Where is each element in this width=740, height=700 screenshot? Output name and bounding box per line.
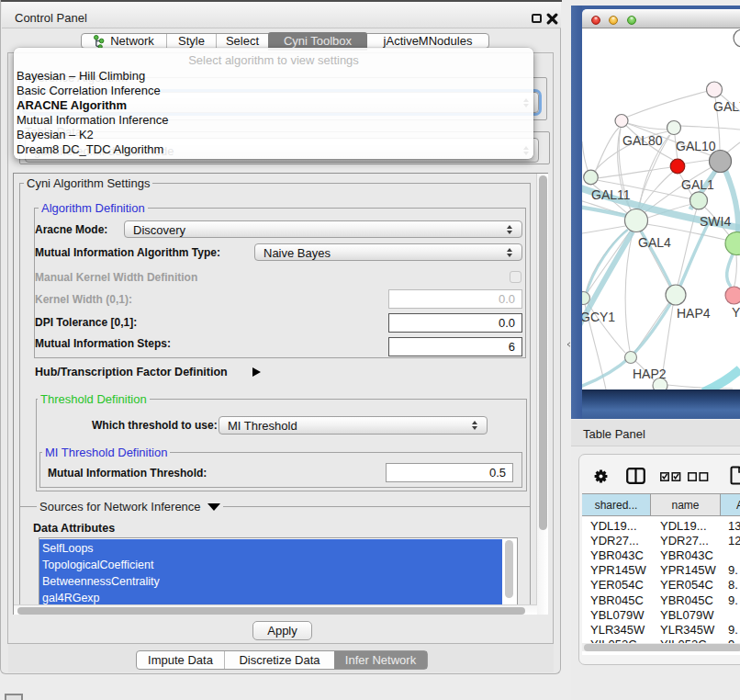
network-edge[interactable]	[582, 226, 625, 235]
table-cell[interactable]: YPR145W	[660, 563, 716, 577]
network-node-hap2[interactable]	[625, 352, 637, 364]
tab-network[interactable]: Network	[82, 34, 166, 48]
table-cell[interactable]: YBR045C	[590, 593, 644, 607]
network-node[interactable]	[710, 151, 732, 173]
network-edge[interactable]	[734, 254, 736, 289]
table-column-header[interactable]: Avera	[721, 493, 740, 516]
mi-algorithm-type-select[interactable]: Naive Bayes	[254, 243, 522, 261]
tab-style[interactable]: Style	[166, 34, 216, 48]
horizontal-scrollbar[interactable]	[14, 604, 537, 615]
network-node-gal1[interactable]	[670, 159, 685, 174]
network-edge[interactable]	[727, 142, 740, 152]
control-panel-titlebar[interactable]: Control Panel	[2, 2, 561, 28]
mi-threshold-field[interactable]: 0.5	[386, 463, 513, 482]
close-traffic-light[interactable]	[591, 16, 600, 25]
network-edge[interactable]	[597, 167, 671, 178]
tab-discretize-data[interactable]: Discretize Data	[224, 651, 334, 669]
network-node-gal11[interactable]	[584, 170, 599, 185]
corner-button[interactable]	[5, 694, 23, 700]
popup-item[interactable]: Dream8 DC_TDC Algorithm	[17, 142, 529, 157]
popup-item[interactable]: ARACNE Algorithm	[17, 98, 529, 113]
table-cell[interactable]: 12	[728, 534, 740, 548]
apply-button[interactable]: Apply	[252, 621, 312, 640]
table-cell[interactable]: YLR345W	[660, 623, 714, 637]
network-node-gal80[interactable]	[615, 115, 628, 128]
network-node-gal7[interactable]	[707, 82, 723, 97]
table-cell[interactable]: YER054C	[660, 578, 713, 592]
node-table[interactable]: shared...nameAveraYDL19...YDL19...13YDR2…	[582, 493, 740, 643]
table-cell[interactable]: YBL079W	[660, 608, 714, 622]
network-graph[interactable]: GAL7GAL80GAL10GAL1GAL11SWI4GAL4GCY1HAP4Y…	[582, 28, 740, 390]
table-cell[interactable]: YDL19...	[660, 519, 707, 533]
tab-impute-data[interactable]: Impute Data	[137, 651, 224, 669]
table-cell[interactable]: YBL079W	[590, 608, 645, 622]
network-edge[interactable]	[586, 230, 627, 292]
table-cell[interactable]: YBR043C	[660, 548, 713, 562]
network-canvas[interactable]: GAL7GAL80GAL10GAL1GAL11SWI4GAL4GCY1HAP4Y…	[582, 28, 740, 390]
network-edge[interactable]	[625, 232, 633, 351]
table-cell[interactable]: YDR27...	[660, 534, 709, 548]
network-node-hap4[interactable]	[666, 285, 686, 305]
network-window-titlebar[interactable]	[582, 9, 740, 28]
network-edge[interactable]	[625, 91, 708, 118]
network-node-gal4[interactable]	[625, 209, 648, 232]
network-node-y[interactable]	[725, 287, 740, 304]
dpi-tolerance-field[interactable]: 0.0	[388, 313, 522, 333]
data-attributes-list[interactable]: SelfLoopsTopologicalCoefficientBetweenne…	[39, 537, 518, 605]
network-node-gcy1[interactable]	[582, 292, 590, 305]
float-window-icon[interactable]	[532, 14, 542, 23]
table-cell[interactable]: 9.	[728, 623, 738, 637]
kernel-width-field[interactable]: 0.0	[388, 289, 522, 309]
expand-arrow-icon[interactable]	[252, 367, 261, 377]
network-edge[interactable]	[685, 160, 711, 164]
table-cell[interactable]: YDR27...	[590, 534, 639, 548]
attribute-item[interactable]: TopologicalCoefficient	[39, 556, 502, 573]
table-cell[interactable]: 9.	[728, 593, 738, 607]
which-threshold-select[interactable]: MI Threshold	[219, 416, 488, 435]
table-horizontal-scrollbar-thumb[interactable]	[584, 644, 740, 651]
gear-icon[interactable]	[593, 469, 609, 484]
manual-kernel-width-checkbox[interactable]	[510, 271, 521, 283]
network-edge[interactable]	[595, 128, 619, 173]
vertical-scrollbar[interactable]	[536, 174, 548, 615]
file-export-icon[interactable]	[730, 466, 740, 485]
popup-item[interactable]: Bayesian – Hill Climbing	[17, 69, 529, 84]
table-cell[interactable]: YPR145W	[590, 563, 646, 577]
table-cell[interactable]: YLR345W	[590, 623, 645, 637]
table-cell[interactable]: 13	[728, 519, 740, 533]
popup-item[interactable]: Basic Correlation Inference	[17, 84, 529, 98]
network-node[interactable]	[734, 29, 740, 47]
list-scrollbar-thumb[interactable]	[505, 540, 513, 598]
vertical-scrollbar-thumb[interactable]	[539, 175, 547, 530]
network-edge[interactable]	[588, 231, 630, 292]
network-edge[interactable]	[703, 369, 740, 390]
table-column-header[interactable]: shared...	[582, 493, 651, 516]
table-cell[interactable]: YDL19...	[590, 519, 637, 533]
table-cell[interactable]: 9.	[728, 563, 738, 577]
table-cell[interactable]: YBR045C	[660, 593, 713, 607]
hide-columns-icon[interactable]	[688, 472, 709, 481]
mi-steps-field[interactable]: 6	[388, 337, 522, 356]
tab-jactivemnodules[interactable]: jActiveMNodules	[367, 34, 488, 48]
attribute-item[interactable]: gal4RGexp	[39, 590, 502, 605]
table-cell[interactable]: YBR043C	[590, 548, 644, 562]
network-edge[interactable]	[680, 126, 740, 130]
show-columns-icon[interactable]	[660, 472, 681, 481]
table-cell[interactable]: 8.	[728, 578, 738, 592]
network-edge[interactable]	[582, 141, 589, 173]
network-edge[interactable]	[727, 254, 733, 287]
table-cell[interactable]: YER054C	[590, 578, 644, 592]
zoom-traffic-light[interactable]	[627, 16, 636, 25]
horizontal-scrollbar-thumb[interactable]	[17, 607, 525, 615]
popup-item[interactable]: Bayesian – K2	[17, 128, 529, 142]
attribute-item[interactable]: SelfLoops	[39, 539, 502, 557]
attribute-item[interactable]: BetweennessCentrality	[39, 572, 502, 590]
table-horizontal-scrollbar[interactable]	[582, 643, 740, 651]
close-icon[interactable]	[546, 13, 558, 25]
network-node-gal10[interactable]	[667, 121, 681, 135]
network-edge[interactable]	[627, 123, 668, 130]
tab-select[interactable]: Select	[216, 34, 268, 48]
network-node[interactable]	[725, 232, 740, 255]
table-column-header[interactable]: name	[651, 493, 721, 516]
popup-item[interactable]: Mutual Information Inference	[17, 113, 529, 128]
